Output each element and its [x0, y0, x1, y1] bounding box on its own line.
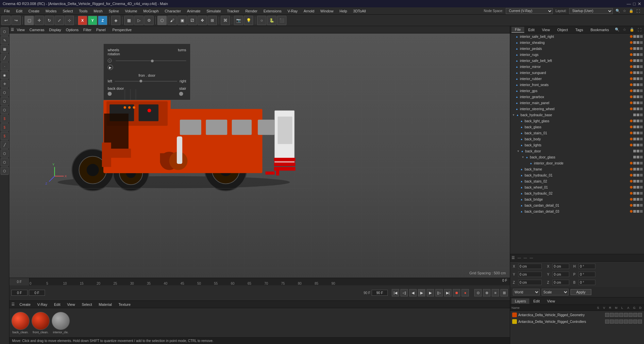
object-item-17[interactable]: ▲back_body [510, 136, 644, 142]
motion-record[interactable]: ⊕ [483, 289, 490, 296]
vis-sq-28-2[interactable] [640, 204, 643, 207]
layer-icon-G-1[interactable] [633, 320, 637, 324]
layer-icon-M-1[interactable] [619, 320, 623, 324]
vis-sq-25-1[interactable] [637, 186, 639, 189]
vis-sq-6-1[interactable] [637, 71, 639, 74]
layout-select[interactable]: Startup (User) [569, 8, 613, 14]
render-settings[interactable]: ⚙ [144, 16, 154, 25]
sculpt-tool[interactable]: $ [1, 115, 9, 123]
instance-tool[interactable]: ❖ [198, 16, 207, 25]
selection-tool[interactable]: ⬡ [1, 88, 9, 96]
plugin-tool[interactable]: ⬛ [277, 16, 286, 25]
vis-sq-20-1[interactable] [637, 156, 639, 158]
z-input[interactable] [518, 280, 542, 285]
vis-sq-3-2[interactable] [640, 53, 643, 56]
group-tool[interactable]: ▣ [177, 16, 187, 25]
object-item-29[interactable]: ▲back_cardan_detail_03 [510, 208, 644, 214]
vis-sq-6-0[interactable] [633, 71, 636, 74]
play-button[interactable]: ▶ [108, 65, 113, 70]
vis-sq-8-0[interactable] [633, 83, 636, 86]
menu-render[interactable]: Render [243, 8, 260, 14]
vis-sq-7-0[interactable] [633, 77, 636, 80]
material-tool[interactable]: ○ [257, 16, 266, 25]
layer-icon-S-0[interactable] [605, 313, 609, 317]
vis-sq-29-0[interactable] [633, 210, 636, 213]
layer-view[interactable]: ≡ [492, 289, 499, 296]
end-frame-input[interactable] [372, 290, 388, 296]
object-item-24[interactable]: ▲back_stairs_02 [510, 178, 644, 184]
tab-object[interactable]: Object [554, 27, 571, 32]
object-item-22[interactable]: ▲back_frame [510, 166, 644, 172]
sym-tool[interactable]: ⊞ [208, 16, 217, 25]
tab-edit[interactable]: Edit [525, 27, 538, 32]
current-frame-input[interactable] [29, 290, 45, 296]
layer-icon-V-1[interactable] [610, 320, 614, 324]
mat-menu-create[interactable]: Create [17, 302, 33, 307]
vis-sq-8-1[interactable] [637, 83, 639, 86]
vis-sq-0-1[interactable] [637, 35, 639, 38]
scale-tool[interactable]: ⤢ [55, 16, 64, 25]
material-interior[interactable]: interior_cle. [52, 312, 70, 334]
vis-sq-26-0[interactable] [633, 192, 636, 195]
mat-menu-texture[interactable]: Texture [116, 302, 132, 307]
object-item-7[interactable]: ▲interior_rubber [510, 76, 644, 82]
axis-x[interactable]: X [78, 16, 87, 25]
material-back-clean[interactable]: back_clean. [11, 312, 30, 334]
layer-tool[interactable]: ⬡ [1, 149, 9, 157]
vis-sq-10-2[interactable] [640, 95, 643, 98]
vis-sq-18-0[interactable] [633, 144, 636, 146]
vis-sq-17-1[interactable] [637, 138, 639, 140]
prev-key-button[interactable]: ◁| [400, 289, 408, 296]
vis-sq-24-1[interactable] [637, 180, 639, 183]
vis-sq-10-1[interactable] [637, 95, 639, 98]
ex-input[interactable] [552, 264, 569, 269]
vis-sq-18-2[interactable] [640, 144, 643, 146]
vis-sq-3-0[interactable] [633, 53, 636, 56]
vis-sq-22-2[interactable] [640, 168, 643, 170]
minimize-button[interactable]: — [627, 1, 631, 6]
vis-sq-12-1[interactable] [637, 108, 639, 110]
vis-sq-21-2[interactable] [640, 162, 643, 164]
vis-sq-22-0[interactable] [633, 168, 636, 170]
object-item-27[interactable]: ▲back_bridge [510, 196, 644, 202]
vis-sq-29-1[interactable] [637, 210, 639, 213]
connect-tool[interactable]: ⌘ [221, 16, 230, 25]
vis-sq-14-1[interactable] [637, 120, 639, 122]
back-door-knob[interactable] [108, 92, 112, 96]
object-item-10[interactable]: ▲interior_gearbox [510, 94, 644, 100]
vis-sq-23-0[interactable] [633, 174, 636, 177]
next-key-button[interactable]: |▷ [435, 289, 443, 296]
vis-sq-15-0[interactable] [633, 126, 636, 128]
mat-menu-vray[interactable]: V-Ray [35, 302, 49, 307]
vis-sq-23-1[interactable] [637, 174, 639, 177]
vis-sq-12-0[interactable] [633, 108, 636, 110]
vis-sq-4-1[interactable] [637, 59, 639, 62]
play-button[interactable]: ▶ [418, 289, 425, 296]
object-item-21[interactable]: ▲interior_door_inside [510, 160, 644, 166]
menu-tracker[interactable]: Tracker [224, 8, 242, 14]
layer-icon-S-1[interactable] [605, 320, 609, 324]
vis-sq-7-2[interactable] [640, 77, 643, 80]
object-item-6[interactable]: ▲interior_sunguard [510, 70, 644, 76]
vis-sq-11-0[interactable] [633, 101, 636, 104]
x-input[interactable] [518, 264, 542, 269]
tab-tags[interactable]: Tags [572, 27, 586, 32]
menu-arnold[interactable]: Arnold [301, 8, 317, 14]
vis-sq-5-0[interactable] [633, 65, 636, 68]
vis-sq-11-2[interactable] [640, 101, 643, 104]
menu-mesh[interactable]: Mesh [91, 8, 105, 14]
ez-input[interactable] [552, 280, 569, 285]
menu-3dtoall[interactable]: 3DToAll [351, 8, 369, 14]
vis-sq-20-2[interactable] [640, 156, 643, 158]
layer-icon-M-0[interactable] [619, 313, 623, 317]
menu-edit[interactable]: Edit [13, 8, 25, 14]
object-item-13[interactable]: ▼▲back_hydraulic_base [510, 112, 644, 118]
vis-sq-27-0[interactable] [633, 198, 636, 201]
vp-menu-view[interactable]: View [15, 27, 27, 32]
vis-sq-9-0[interactable] [633, 89, 636, 92]
layer-icon-A-0[interactable] [629, 313, 633, 317]
vis-sq-22-1[interactable] [637, 168, 639, 170]
vis-sq-27-2[interactable] [640, 198, 643, 201]
stair-knob[interactable] [179, 92, 183, 96]
vis-sq-19-1[interactable] [637, 150, 639, 152]
